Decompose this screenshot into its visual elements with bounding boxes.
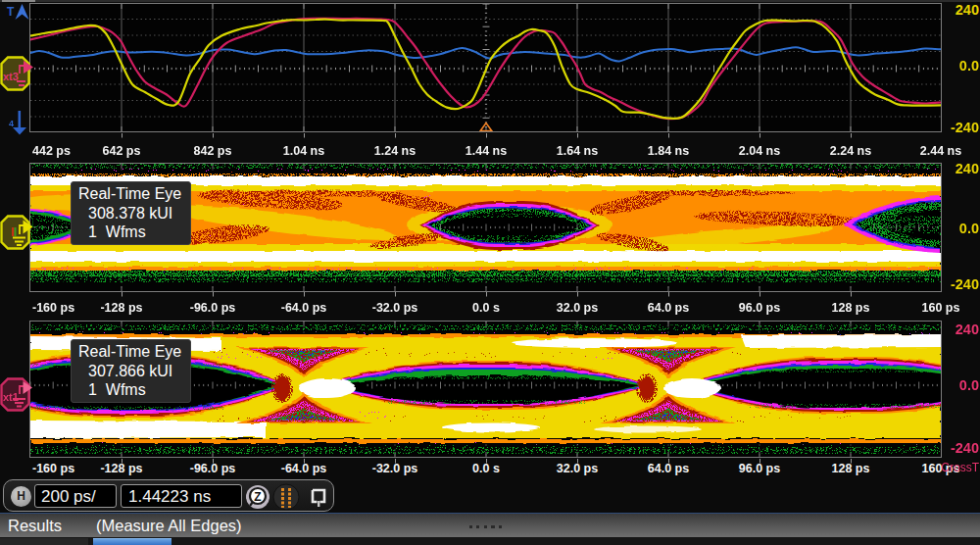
svg-text:xt3: xt3 [3,71,19,82]
svg-text:4: 4 [9,119,14,128]
svg-text:T: T [7,5,15,19]
svg-text:Z: Z [254,490,261,504]
svg-text:xt1: xt1 [3,391,19,403]
